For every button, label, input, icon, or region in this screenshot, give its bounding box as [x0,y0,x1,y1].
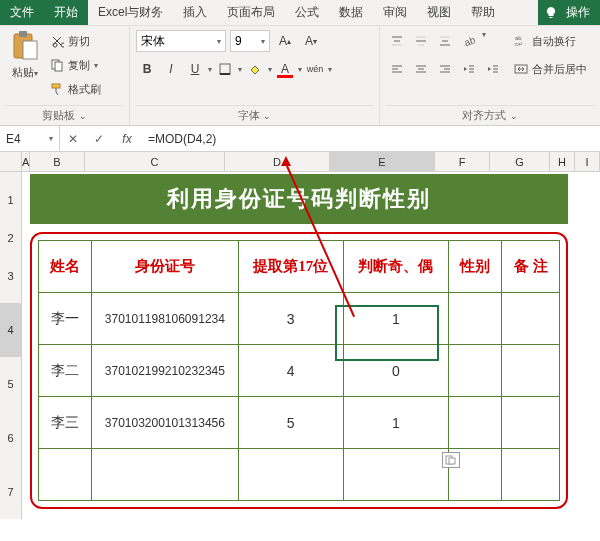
format-painter-button[interactable]: 格式刷 [50,78,101,100]
cell-name[interactable]: 李三 [39,397,92,449]
col-header-d[interactable]: D [225,152,330,171]
row-header-5[interactable]: 5 [0,357,22,411]
row-header-4[interactable]: 4 [0,303,22,357]
accept-formula-button[interactable]: ✓ [86,132,112,146]
table-row: 李一 370101198106091234 3 1 [39,293,560,345]
increase-indent-button[interactable] [482,58,504,80]
row-header-1[interactable]: 1 [0,172,22,227]
col-header-g[interactable]: G [490,152,550,171]
col-header-b[interactable]: B [30,152,85,171]
merge-button[interactable]: 合并后居中 [514,58,587,80]
menu-help[interactable]: 帮助 [461,0,505,25]
table-row [39,449,560,501]
menu-review[interactable]: 审阅 [373,0,417,25]
col-header-i[interactable]: I [575,152,600,171]
font-group-label: 字体 ⌄ [136,105,373,123]
cell-d17[interactable]: 5 [238,397,343,449]
col-header-a[interactable]: A [22,152,30,171]
paste-button[interactable]: 粘贴▾ [6,30,44,79]
align-left-button[interactable] [386,58,408,80]
paste-options-button[interactable] [442,452,460,468]
col-header-e[interactable]: E [330,152,435,171]
col-header-h[interactable]: H [550,152,575,171]
align-bottom-button[interactable] [434,30,456,52]
cell-name[interactable]: 李一 [39,293,92,345]
cell-id[interactable] [92,449,238,501]
font-name-value: 宋体 [141,33,165,50]
copy-button[interactable]: 复制▾ [50,54,101,76]
fill-color-button[interactable] [244,58,266,80]
menu-tell-me[interactable]: 操作 [564,0,600,25]
menu-data[interactable]: 数据 [329,0,373,25]
font-name-select[interactable]: 宋体▾ [136,30,226,52]
format-painter-label: 格式刷 [68,82,101,97]
col-header-c[interactable]: C [85,152,225,171]
font-size-select[interactable]: 9▾ [230,30,270,52]
cell-id[interactable]: 370103200101313456 [92,397,238,449]
underline-button[interactable]: U [184,58,206,80]
cell-id[interactable]: 370101198106091234 [92,293,238,345]
name-box[interactable]: E4▾ [0,126,60,151]
th-sex: 性别 [449,241,502,293]
cell-note[interactable] [502,449,560,501]
cell-sex[interactable] [449,397,502,449]
decrease-font-button[interactable]: A▾ [300,30,322,52]
cell-odd[interactable]: 0 [343,345,448,397]
menu-file[interactable]: 文件 [0,0,44,25]
row-header-2[interactable]: 2 [0,227,22,249]
cut-label: 剪切 [68,34,90,49]
font-color-button[interactable]: A [274,58,296,80]
fx-icon[interactable]: fx [112,132,142,146]
cell-note[interactable] [502,293,560,345]
cell-id[interactable]: 370102199210232345 [92,345,238,397]
row-header-3[interactable]: 3 [0,249,22,303]
cell-name[interactable] [39,449,92,501]
orientation-button[interactable]: ab [458,30,480,52]
cell-d17[interactable] [238,449,343,501]
select-all-corner[interactable] [0,152,22,171]
row-header-7[interactable]: 7 [0,465,22,519]
align-right-button[interactable] [434,58,456,80]
merge-icon [514,62,528,76]
cut-button[interactable]: 剪切 [50,30,101,52]
decrease-indent-button[interactable] [458,58,480,80]
svg-rect-1 [19,31,27,37]
cell-sex[interactable] [449,345,502,397]
align-center-button[interactable] [410,58,432,80]
merge-label: 合并后居中 [532,62,587,77]
italic-button[interactable]: I [160,58,182,80]
cell-note[interactable] [502,397,560,449]
border-button[interactable] [214,58,236,80]
row-header-6[interactable]: 6 [0,411,22,465]
cell-odd[interactable] [343,449,448,501]
align-top-button[interactable] [386,30,408,52]
tell-me-icon[interactable] [538,0,564,25]
cell-note[interactable] [502,345,560,397]
wrap-text-button[interactable]: abc↵ 自动换行 [514,30,587,52]
cell-sex[interactable] [449,293,502,345]
cancel-formula-button[interactable]: ✕ [60,132,86,146]
font-size-value: 9 [235,34,242,48]
menu-bar: 文件 开始 Excel与财务 插入 页面布局 公式 数据 审阅 视图 帮助 操作 [0,0,600,26]
menu-excel-fin[interactable]: Excel与财务 [88,0,173,25]
col-header-f[interactable]: F [435,152,490,171]
svg-text:c↵: c↵ [515,41,523,47]
menu-view[interactable]: 视图 [417,0,461,25]
th-id: 身份证号 [92,241,238,293]
svg-rect-4 [55,62,62,71]
bold-button[interactable]: B [136,58,158,80]
cell-odd[interactable]: 1 [343,397,448,449]
increase-font-button[interactable]: A▴ [274,30,296,52]
menu-home[interactable]: 开始 [44,0,88,25]
menu-insert[interactable]: 插入 [173,0,217,25]
cell-d17[interactable]: 3 [238,293,343,345]
formula-input[interactable]: =MOD(D4,2) [142,126,600,151]
menu-formulas[interactable]: 公式 [285,0,329,25]
menu-page-layout[interactable]: 页面布局 [217,0,285,25]
worksheet-grid[interactable]: A B C D E F G H I 1 2 3 4 5 6 7 利用身份证号码判… [0,152,600,172]
cell-name[interactable]: 李二 [39,345,92,397]
align-middle-button[interactable] [410,30,432,52]
cell-d17[interactable]: 4 [238,345,343,397]
cell-odd[interactable]: 1 [343,293,448,345]
phonetic-button[interactable]: wén [304,58,326,80]
